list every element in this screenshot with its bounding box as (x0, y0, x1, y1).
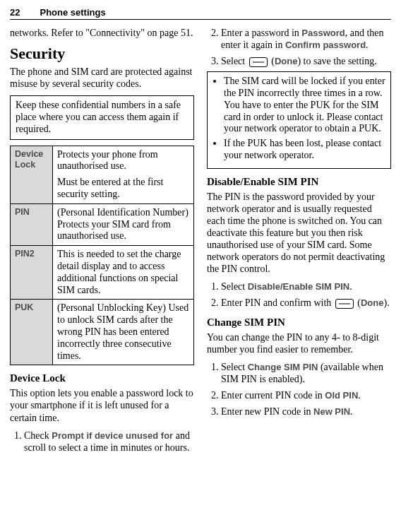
list-item: Enter new PIN code in New PIN. (221, 406, 391, 418)
cell-desc-pin2: This is needed to set the charge detail … (53, 246, 194, 300)
table-row: PIN2 This is needed to set the charge de… (11, 246, 194, 300)
ui-label-prompt: Prompt if device unused for (52, 430, 173, 441)
ui-label-done: Done (361, 297, 384, 308)
list-item: Select (Done) to save the setting. (221, 55, 391, 67)
security-intro: The phone and SIM card are protected aga… (10, 66, 194, 90)
running-head: Phone settings (40, 7, 105, 18)
heading-disable-enable-sim-pin: Disable/Enable SIM PIN (207, 176, 391, 188)
list-item: Enter PIN and confirm with (Done). (221, 297, 391, 309)
heading-change-sim-pin: Change SIM PIN (207, 317, 391, 329)
step-text: . (349, 281, 352, 292)
continuation-paragraph: networks. Refer to "Connectivity" on pag… (10, 27, 194, 39)
step-text: Select (221, 281, 248, 292)
step-text: ). (383, 297, 389, 308)
list-item: Select Change SIM PIN (available when SI… (221, 361, 391, 385)
note-bullets: The SIM card will be locked if you enter… (213, 76, 385, 162)
table-row: Device Lock Protects your phone from una… (11, 146, 194, 203)
columns: networks. Refer to "Connectivity" on pag… (10, 27, 391, 458)
right-column: Enter a password in Password, and then e… (207, 27, 391, 458)
step-text: Select (221, 362, 248, 372)
header: 22 Phone settings (10, 7, 391, 20)
cell-label-device-lock: Device Lock (11, 146, 53, 203)
device-lock-para: This option lets you enable a password l… (10, 387, 194, 423)
step-text: ( (355, 297, 361, 308)
ui-label-old-pin: Old PIN (325, 390, 358, 401)
step-text: ) to save the setting. (297, 56, 376, 66)
list-item: Select Disable/Enable SIM PIN. (221, 280, 391, 292)
step-text: Select (221, 56, 248, 66)
disable-sim-pin-steps: Select Disable/Enable SIM PIN. Enter PIN… (207, 280, 391, 309)
list-item: Check Prompt if device unused for and sc… (24, 430, 194, 454)
table-row: PUK (Personal Unblocking Key) Used to un… (11, 300, 194, 365)
ui-label-confirm-password: Confirm password (285, 40, 366, 50)
cell-label-pin: PIN (11, 203, 53, 245)
step-text: Enter new PIN code in (221, 406, 313, 417)
softkey-icon (335, 299, 354, 309)
heading-security: Security (10, 45, 194, 63)
device-lock-steps-cont: Enter a password in Password, and then e… (207, 27, 391, 67)
note-box-keep: Keep these confidential numbers in a saf… (10, 95, 194, 139)
list-item: The SIM card will be locked if you enter… (224, 76, 385, 135)
cell-text: Protects your phone from unauthorised us… (57, 149, 189, 173)
heading-device-lock: Device Lock (10, 372, 194, 384)
step-text: Enter PIN and confirm with (221, 297, 334, 308)
list-item: If the PUK has been lost, please contact… (224, 138, 385, 162)
list-item: Enter current PIN code in Old PIN. (221, 389, 391, 401)
cell-desc-puk: (Personal Unblocking Key) Used to unlock… (53, 300, 194, 365)
step-text: . (350, 406, 353, 417)
step-text: Enter current PIN code in (221, 390, 325, 401)
step-text: Check (24, 430, 52, 441)
softkey-icon (249, 57, 268, 67)
disable-sim-pin-para: The PIN is the password provided by your… (207, 191, 391, 276)
note-box-sim-lock: The SIM card will be locked if you enter… (207, 71, 391, 169)
table-row: PIN (Personal Identification Number) Pro… (11, 203, 194, 245)
ui-label-disable-enable-sim-pin: Disable/Enable SIM PIN (248, 281, 350, 292)
step-text: ( (269, 56, 275, 66)
ui-label-done: Done (275, 56, 298, 66)
step-text: . (358, 390, 361, 401)
page: 22 Phone settings networks. Refer to "Co… (0, 0, 401, 532)
step-text: Enter a password in (221, 28, 301, 38)
change-sim-pin-steps: Select Change SIM PIN (available when SI… (207, 361, 391, 418)
ui-label-new-pin: New PIN (313, 406, 350, 417)
page-number: 22 (10, 7, 20, 18)
codes-table: Device Lock Protects your phone from una… (10, 146, 194, 366)
cell-label-pin2: PIN2 (11, 246, 53, 300)
change-sim-pin-para: You can change the PIN to any 4- to 8-di… (207, 331, 391, 355)
list-item: Enter a password in Password, and then e… (221, 27, 391, 51)
step-text: . (366, 40, 369, 50)
left-column: networks. Refer to "Connectivity" on pag… (10, 27, 194, 458)
device-lock-steps: Check Prompt if device unused for and sc… (10, 430, 194, 454)
ui-label-password: Password (301, 28, 345, 38)
ui-label-change-sim-pin: Change SIM PIN (248, 362, 318, 372)
cell-text: Must be entered at the first security se… (57, 177, 189, 201)
cell-desc-pin: (Personal Identification Number) Protect… (53, 203, 194, 245)
cell-label-puk: PUK (11, 300, 53, 365)
cell-desc-device-lock: Protects your phone from unauthorised us… (53, 146, 194, 203)
